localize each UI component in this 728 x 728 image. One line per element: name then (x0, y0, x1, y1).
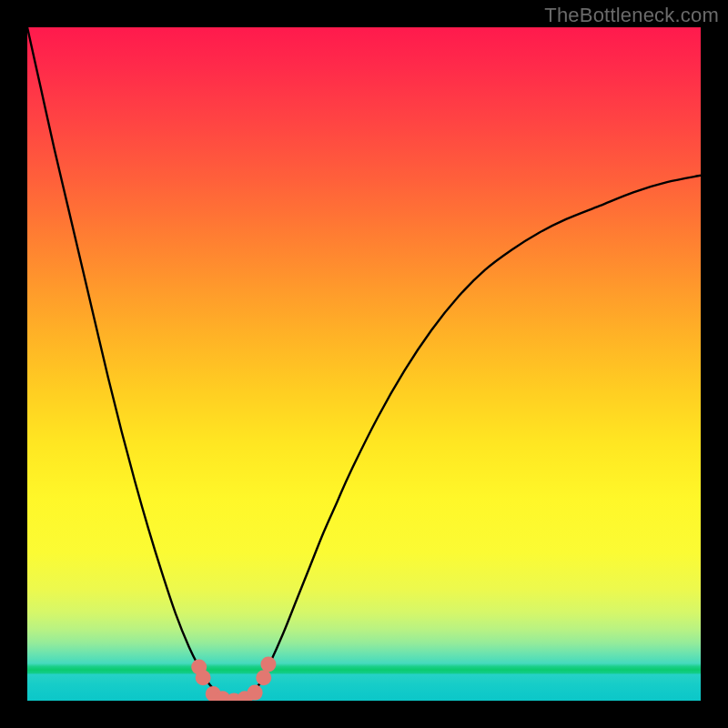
curve-svg (27, 27, 701, 701)
plot-area (27, 27, 701, 701)
curve-marker (248, 685, 263, 701)
curve-marker (256, 670, 271, 685)
curve-marker (196, 670, 211, 685)
curve-marker (260, 657, 276, 672)
chart-frame: TheBottleneck.com (0, 0, 728, 728)
watermark-text: TheBottleneck.com (544, 4, 719, 27)
curve-line (27, 27, 701, 701)
curve-markers (191, 657, 276, 701)
bottleneck-curve (27, 27, 701, 701)
